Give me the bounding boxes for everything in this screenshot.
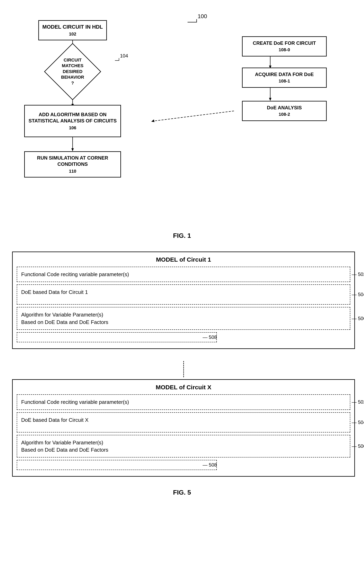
model-connector — [183, 361, 184, 377]
modelX-section3: Algorithm for Variable Parameter(s)Based… — [17, 435, 350, 458]
run-simulation-box: RUN SIMULATION AT CORNER CONDITIONS 110 — [24, 151, 121, 177]
add-algorithm-box: ADD ALGORITHM BASED ONSTATISTICAL ANALYS… — [24, 105, 121, 137]
svg-line-11 — [153, 111, 234, 121]
fig5-diagram: MODEL of Circuit 1 Functional Code recit… — [12, 252, 355, 477]
modelX-section2-ref: — 504 — [352, 419, 364, 426]
acquire-data-box: ACQUIRE DATA FOR DoE 108-1 — [242, 68, 327, 88]
modelX-section1-ref: — 502 — [352, 399, 364, 406]
model1-title: MODEL of Circuit 1 — [17, 256, 350, 263]
model1-section2-ref: — 504 — [352, 291, 364, 298]
svg-marker-12 — [151, 119, 155, 122]
circuit-matches-diamond: CIRCUITMATCHESDESIREDBEHAVIOR? — [50, 49, 95, 94]
model1-section3-ref: — 506 — [352, 315, 364, 322]
model1-section4-ref: — 508 — [203, 334, 217, 340]
model1-section1-ref: — 502 — [352, 271, 364, 278]
fig5-caption: FIG. 5 — [12, 489, 352, 496]
model1-section2: DoE based Data for Circuit 1 — 504 — [17, 284, 350, 305]
svg-marker-10 — [269, 98, 272, 101]
model1-section4 — [17, 332, 217, 342]
modelX-box: MODEL of Circuit X Functional Code recit… — [12, 379, 355, 477]
model1-section3: Algorithm for Variable Parameter(s)Based… — [17, 307, 350, 330]
svg-text:104: 104 — [120, 53, 128, 59]
svg-text:100: 100 — [198, 13, 207, 19]
svg-marker-6 — [72, 148, 74, 151]
modelX-section2: DoE based Data for Circuit X — 504 — [17, 412, 350, 432]
fig1-diagram: 100 104 MODEL CIRCUIT IN HDL 102 — [12, 8, 355, 220]
create-doe-box: CREATE DoE FOR CIRCUIT 108-0 — [242, 36, 327, 57]
modelX-section4-ref: — 508 — [203, 462, 217, 468]
fig1-caption: FIG. 1 — [12, 232, 352, 239]
modelX-section3-ref: — 506 — [352, 443, 364, 450]
model-circuit-box: MODEL CIRCUIT IN HDL 102 — [38, 20, 107, 40]
doe-analysis-box: DoE ANALYSIS 108-2 — [242, 101, 327, 121]
modelX-section4 — [17, 460, 217, 470]
modelX-section1: Functional Code reciting variable parame… — [17, 394, 350, 410]
model1-section1: Functional Code reciting variable parame… — [17, 267, 350, 282]
modelX-title: MODEL of Circuit X — [17, 384, 350, 391]
model1-box: MODEL of Circuit 1 Functional Code recit… — [12, 252, 355, 349]
